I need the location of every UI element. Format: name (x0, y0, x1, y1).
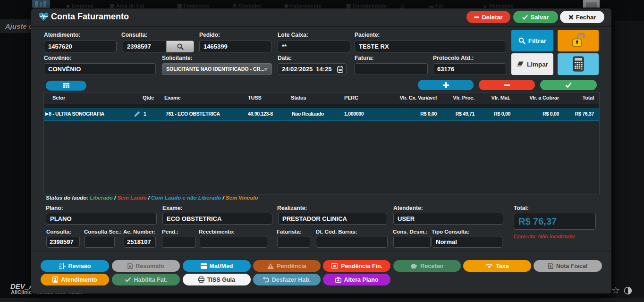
svg-text:$: $ (550, 265, 551, 268)
